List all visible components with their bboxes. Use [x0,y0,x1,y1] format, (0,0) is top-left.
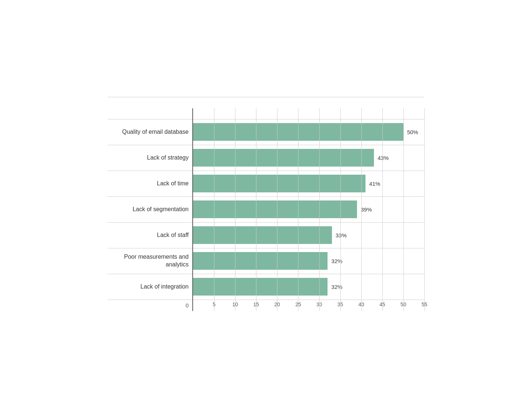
grid-line [298,108,298,311]
bar-row: 32% [193,248,424,274]
bar-value-label: 39% [361,206,372,213]
bar-value-label: 32% [331,258,342,264]
bar-value-label: 50% [407,129,418,135]
title-divider [108,97,424,97]
bar-label: Lack of time [108,171,192,197]
labels-column: Quality of email databaseLack of strateg… [108,108,192,311]
grid-line [256,108,256,311]
bar-label: Lack of staff [108,223,192,248]
bar-fill: 43% [193,149,374,167]
grid-line [424,108,425,311]
bar-value-label: 43% [378,155,389,161]
bar-row: 33% [193,223,424,248]
grid-line [340,108,341,311]
bar-label: Poor measurements and analytics [108,248,192,274]
grid-line [319,108,320,311]
bar-label: Lack of segmentation [108,197,192,223]
bars-column: 50%43%41%39%33%32%32% 510152025303540455… [192,108,424,311]
bar-label: Lack of integration [108,274,192,300]
top-tick [193,108,193,119]
bar-row: 39% [193,197,424,223]
label-cells: Quality of email databaseLack of strateg… [108,119,192,300]
bar-rows: 50%43%41%39%33%32%32% [193,119,424,300]
bar-row: 50% [193,119,424,145]
chart-container: Quality of email databaseLack of strateg… [100,80,432,318]
zero-label: 0 [108,300,192,311]
bar-fill: 32% [193,278,328,296]
bar-value-label: 32% [331,284,342,290]
bar-label: Quality of email database [108,119,192,145]
bar-row: 41% [193,171,424,197]
bars-col-inner: 50%43%41%39%33%32%32% 510152025303540455… [192,108,424,311]
top-tick-row [193,108,424,119]
bar-row: 43% [193,145,424,171]
grid-line [235,108,235,311]
bar-row: 32% [193,274,424,300]
chart-body: Quality of email databaseLack of strateg… [108,108,424,311]
bar-fill: 32% [193,252,328,270]
grid-line [361,108,362,311]
bar-value-label: 41% [369,181,380,187]
x-labels-row: 510152025303540455055 [193,300,424,311]
grid-line [382,108,383,311]
bar-fill: 41% [193,175,365,192]
grid-line [214,108,214,311]
grid-line [403,108,404,311]
bar-label: Lack of strategy [108,145,192,171]
label-spacer [108,108,192,119]
bar-fill: 39% [193,200,357,218]
bar-value-label: 33% [336,232,347,238]
grid-line [277,108,277,311]
